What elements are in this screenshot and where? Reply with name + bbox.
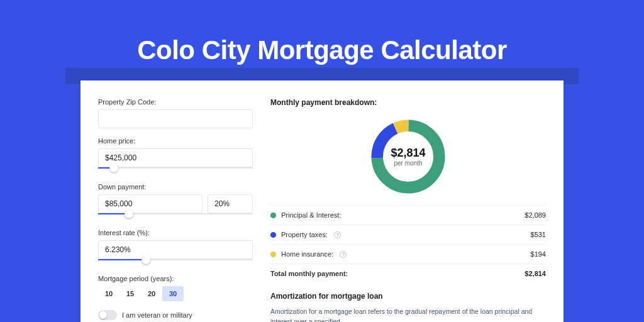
rate-slider-thumb[interactable] <box>142 255 150 264</box>
period-option-30[interactable]: 30 <box>162 286 184 301</box>
amort-text: Amortization for a mortgage loan refers … <box>270 307 546 322</box>
legend-label: Home insurance: <box>281 250 333 258</box>
legend-value: $194 <box>531 250 546 258</box>
total-label: Total monthly payment: <box>270 270 348 277</box>
form-panel: Property Zip Code: Home price: Down paym… <box>98 98 253 322</box>
donut-amount: $2,814 <box>391 147 425 160</box>
donut-sub: per month <box>394 160 422 167</box>
legend-value: $2,089 <box>525 211 546 219</box>
period-label: Mortgage period (years): <box>98 275 253 282</box>
price-slider[interactable] <box>98 167 253 174</box>
veteran-toggle[interactable] <box>98 310 117 320</box>
veteran-row: I am veteran or military <box>98 310 253 320</box>
dot-icon <box>270 213 276 218</box>
legend-row-total: Total monthly payment: $2,814 <box>270 264 546 283</box>
dot-icon <box>270 252 276 257</box>
down-input[interactable] <box>98 194 203 213</box>
donut-wrap: $2,814 per month <box>270 112 546 205</box>
down-pct-input[interactable] <box>208 194 253 213</box>
rate-slider[interactable] <box>98 258 253 266</box>
breakdown-panel: Monthly payment breakdown: $2,814 per mo… <box>270 98 546 322</box>
total-value: $2,814 <box>525 270 546 277</box>
legend-label: Principal & Interest: <box>281 211 341 219</box>
donut-center: $2,814 per month <box>367 116 449 197</box>
veteran-label: I am veteran or military <box>122 311 192 319</box>
period-group: Mortgage period (years): 10 15 20 30 <box>98 275 253 301</box>
zip-group: Property Zip Code: <box>98 98 253 128</box>
amort-title: Amortization for mortgage loan <box>270 292 546 301</box>
down-slider[interactable] <box>98 213 253 220</box>
period-option-20[interactable]: 20 <box>141 286 162 301</box>
period-option-15[interactable]: 15 <box>119 286 141 301</box>
page-title: Colo City Mortgage Calculator <box>0 0 644 65</box>
price-group: Home price: <box>98 137 253 174</box>
calculator-card: Property Zip Code: Home price: Down paym… <box>80 80 564 322</box>
rate-label: Interest rate (%): <box>98 229 253 236</box>
legend-row-insurance: Home insurance: ? $194 <box>270 244 546 264</box>
legend-value: $531 <box>531 231 546 238</box>
period-option-10[interactable]: 10 <box>98 286 119 301</box>
breakdown-title: Monthly payment breakdown: <box>270 98 546 107</box>
legend-label: Property taxes: <box>281 231 328 238</box>
donut-chart: $2,814 per month <box>367 116 449 197</box>
price-input[interactable] <box>98 148 253 167</box>
price-slider-thumb[interactable] <box>109 164 118 172</box>
down-group: Down payment: <box>98 183 253 220</box>
legend-row-principal: Principal & Interest: $2,089 <box>270 205 546 225</box>
info-icon[interactable]: ? <box>340 251 347 258</box>
zip-input[interactable] <box>98 109 253 128</box>
dot-icon <box>270 232 276 238</box>
info-icon[interactable]: ? <box>334 231 341 238</box>
legend-row-taxes: Property taxes: ? $531 <box>270 225 546 244</box>
down-slider-thumb[interactable] <box>125 209 133 218</box>
rate-group: Interest rate (%): <box>98 229 253 266</box>
zip-label: Property Zip Code: <box>98 98 253 106</box>
rate-input[interactable] <box>98 240 253 259</box>
price-label: Home price: <box>98 137 253 145</box>
down-label: Down payment: <box>98 183 253 191</box>
